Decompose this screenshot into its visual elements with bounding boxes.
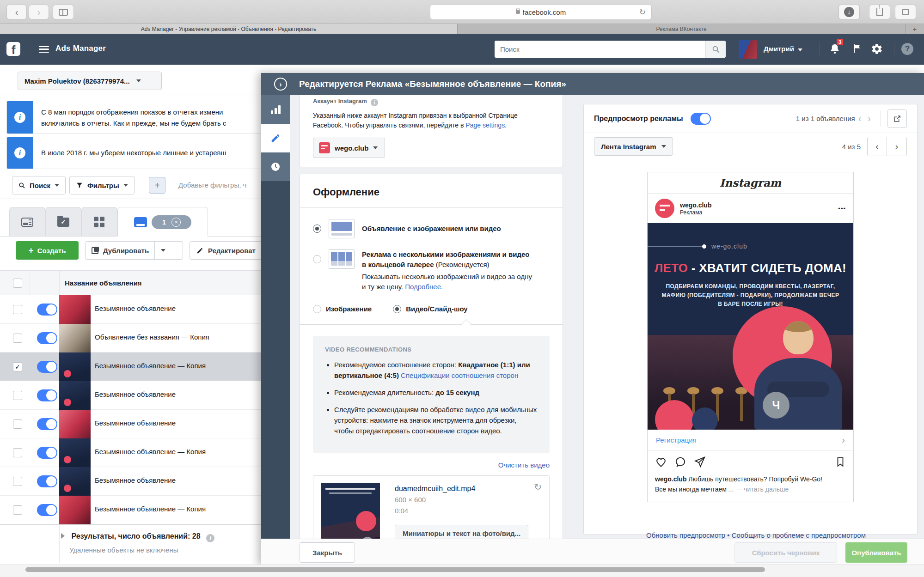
tab-adsets[interactable] bbox=[81, 207, 117, 237]
next-ad-button[interactable]: › bbox=[864, 113, 874, 124]
settings-gear-button[interactable] bbox=[871, 43, 883, 55]
clear-selection-icon[interactable]: × bbox=[171, 218, 181, 227]
address-bar[interactable]: facebook.com ↻ bbox=[430, 4, 652, 20]
downloads-button[interactable]: ↓ bbox=[838, 5, 860, 19]
search-icon[interactable] bbox=[705, 41, 726, 58]
refresh-preview-link[interactable]: Обновить предпросмотр bbox=[646, 531, 725, 539]
pages-flag-button[interactable] bbox=[851, 43, 863, 54]
account-selector[interactable]: Maxim Poluektov (8263779974... bbox=[18, 72, 162, 90]
ig-cta-link[interactable]: Регистрация bbox=[656, 436, 697, 444]
ad-name[interactable]: Объявление без названия — Копия bbox=[95, 333, 209, 341]
bookmark-icon[interactable] bbox=[835, 456, 846, 468]
row-checkbox[interactable] bbox=[13, 477, 22, 486]
scrollbar-thumb[interactable] bbox=[25, 567, 765, 572]
row-checkbox[interactable] bbox=[13, 419, 22, 429]
collapse-panel-icon[interactable]: › bbox=[274, 78, 287, 91]
report-problem-link[interactable]: Сообщить о проблеме с предпросмотром bbox=[732, 531, 866, 539]
horizontal-scrollbar[interactable] bbox=[0, 565, 924, 577]
info-icon[interactable]: i bbox=[371, 99, 378, 106]
selected-count-pill[interactable]: 1 × bbox=[152, 215, 191, 229]
rail-edit-tab[interactable] bbox=[261, 124, 290, 152]
placement-selector[interactable]: Лента Instagram bbox=[594, 137, 673, 156]
rail-performance-tab[interactable] bbox=[261, 95, 290, 124]
row-toggle[interactable] bbox=[37, 504, 57, 516]
prev-ad-button[interactable]: ‹ bbox=[855, 113, 865, 124]
row-toggle[interactable] bbox=[37, 332, 57, 344]
browser-back-button[interactable]: ‹ bbox=[6, 5, 27, 19]
ad-name[interactable]: Безымянное объявление — Копия bbox=[95, 448, 206, 456]
read-more-link[interactable]: ... — читать дальше bbox=[728, 486, 789, 493]
close-button[interactable]: Закрыть bbox=[300, 542, 355, 563]
search-filter-button[interactable]: Поиск bbox=[12, 176, 66, 194]
duplicate-menu-button[interactable] bbox=[155, 249, 171, 252]
results-count[interactable]: Результаты, число объявлений: 28 bbox=[71, 532, 200, 540]
browser-sidebar-button[interactable] bbox=[53, 5, 74, 19]
radio-unselected[interactable] bbox=[313, 255, 321, 263]
clear-video-link[interactable]: Очистить видео bbox=[498, 461, 550, 469]
row-toggle[interactable] bbox=[37, 418, 57, 430]
row-toggle[interactable] bbox=[37, 475, 57, 487]
format-option-single[interactable]: Объявление с изображением или видео bbox=[313, 219, 550, 238]
row-checkbox[interactable] bbox=[13, 334, 22, 343]
search-input[interactable] bbox=[495, 41, 705, 58]
instagram-account-selector[interactable]: wego.club bbox=[313, 138, 385, 158]
share-plane-icon[interactable] bbox=[694, 456, 706, 468]
learn-more-link[interactable]: Подробнее. bbox=[405, 283, 443, 291]
next-placement-button[interactable]: › bbox=[887, 137, 906, 156]
like-heart-icon[interactable] bbox=[655, 456, 667, 468]
user-name[interactable]: Дмитрий bbox=[764, 45, 802, 53]
tab-account-overview[interactable] bbox=[9, 207, 45, 237]
info-icon[interactable]: i bbox=[206, 534, 214, 542]
radio-image[interactable] bbox=[313, 305, 321, 313]
browser-tab-ads-manager[interactable]: Ads Manager - Управление рекламой - Объя… bbox=[0, 24, 458, 34]
row-toggle[interactable] bbox=[37, 447, 57, 459]
share-button[interactable] bbox=[869, 5, 890, 19]
row-checkbox[interactable] bbox=[13, 305, 22, 314]
tab-overview-button[interactable] bbox=[895, 5, 916, 19]
tab-campaigns[interactable]: ✓ bbox=[45, 207, 81, 237]
ad-name[interactable]: Безымянное объявление — Копия bbox=[95, 362, 206, 370]
user-avatar[interactable] bbox=[739, 40, 757, 59]
duplicate-button[interactable]: Дублировать bbox=[85, 241, 183, 260]
browser-forward-button[interactable]: › bbox=[29, 5, 49, 19]
ad-name[interactable]: Безымянное объявление bbox=[95, 419, 176, 427]
tab-ads[interactable]: 1 × bbox=[117, 207, 208, 237]
help-button[interactable]: ? bbox=[901, 43, 913, 55]
column-header-name[interactable]: Название объявления bbox=[65, 279, 142, 287]
ig-profile-avatar[interactable] bbox=[655, 199, 674, 218]
preview-toggle[interactable] bbox=[691, 113, 711, 125]
row-toggle[interactable] bbox=[37, 389, 57, 401]
ad-name[interactable]: Безымянное объявление bbox=[95, 304, 176, 312]
row-checkbox[interactable] bbox=[13, 448, 22, 457]
header-search[interactable] bbox=[495, 41, 726, 58]
row-toggle[interactable] bbox=[37, 361, 57, 373]
browser-tab-vk[interactable]: Реклама ВКонтакте bbox=[458, 24, 906, 34]
facebook-logo[interactable]: f bbox=[6, 42, 20, 56]
menu-hamburger-icon[interactable] bbox=[39, 46, 49, 53]
new-tab-button[interactable]: + bbox=[906, 24, 924, 34]
ad-name[interactable]: Безымянное объявление bbox=[95, 390, 176, 398]
reset-draft-button[interactable]: Сбросить черновик bbox=[734, 542, 837, 563]
page-settings-link[interactable]: Page settings bbox=[465, 121, 505, 129]
rail-history-tab[interactable] bbox=[261, 152, 290, 181]
row-checkbox[interactable] bbox=[13, 505, 22, 515]
open-external-button[interactable] bbox=[887, 109, 907, 128]
ad-name[interactable]: Безымянное объявление bbox=[95, 476, 176, 484]
ig-account-name[interactable]: wego.club bbox=[680, 201, 711, 209]
comment-icon[interactable] bbox=[674, 456, 686, 468]
ad-name[interactable]: Безымянное объявление — Копия bbox=[95, 505, 206, 513]
add-filter-button[interactable]: + bbox=[149, 177, 165, 194]
create-button[interactable]: +Создать bbox=[16, 241, 79, 260]
filter-placeholder[interactable]: Добавьте фильтры, ч bbox=[178, 181, 246, 189]
aspect-specs-link[interactable]: Спецификации соотношения сторон bbox=[401, 371, 518, 379]
publish-button[interactable]: Опубликовать bbox=[845, 542, 907, 563]
row-checkbox[interactable] bbox=[13, 391, 22, 400]
row-checkbox-checked[interactable]: ✓ bbox=[13, 362, 22, 371]
select-all-checkbox[interactable] bbox=[13, 279, 22, 288]
filters-button[interactable]: Фильтры bbox=[69, 176, 135, 194]
expand-results-icon[interactable] bbox=[61, 533, 65, 539]
ig-menu-icon[interactable]: ••• bbox=[838, 205, 846, 212]
format-option-carousel[interactable]: Реклама с несколькими изображениями и ви… bbox=[313, 249, 550, 292]
row-toggle[interactable] bbox=[37, 304, 57, 316]
radio-selected[interactable] bbox=[313, 225, 321, 233]
